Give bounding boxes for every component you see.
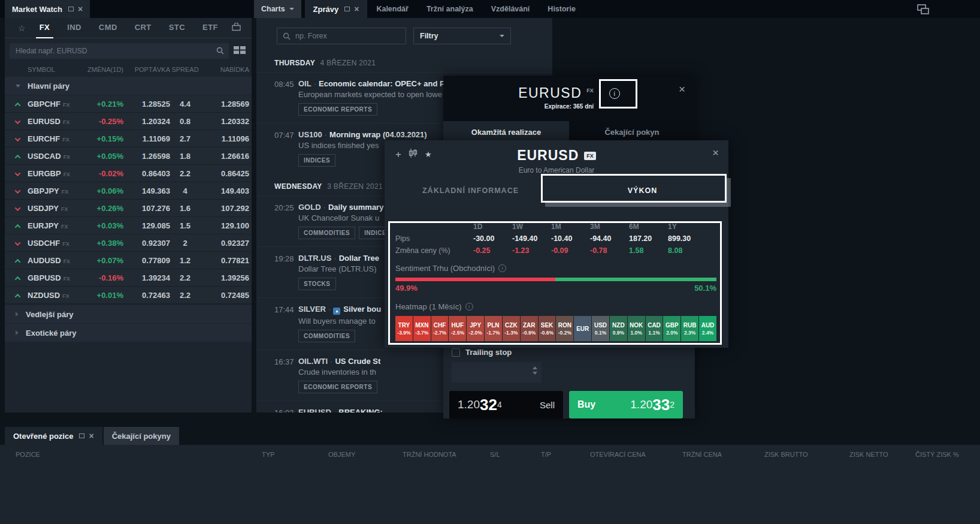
news-tag[interactable]: COMMODITIES [298, 330, 355, 342]
bid-price[interactable]: 0.92307 [123, 239, 170, 248]
positions-column[interactable]: TRŽNÍ HODNOTA [403, 451, 456, 458]
bid-price[interactable]: 1.26598 [123, 152, 170, 161]
tab-pending-orders[interactable]: Čekající pokyny [104, 427, 179, 445]
ask-price[interactable]: 1.26616 [200, 152, 249, 161]
ask-price[interactable]: 129.100 [200, 221, 249, 230]
instrument-row[interactable]: GBPUSDFX -0.16% 1.39234 2.2 1.39256 [5, 269, 252, 287]
charts-dropdown[interactable]: Charts [254, 0, 301, 18]
market-watch-tab[interactable]: CRT [131, 18, 155, 38]
heatmap-tile[interactable]: MXN -3.7% [413, 316, 431, 341]
nav-tab[interactable]: Vzdělávání [482, 0, 539, 18]
grid-view-icon[interactable] [234, 46, 246, 57]
heatmap-tile[interactable]: ZAR -0.9% [521, 316, 538, 341]
ask-price[interactable]: 0.86425 [200, 169, 249, 178]
close-icon[interactable] [354, 5, 359, 13]
col-spread[interactable]: SPREAD [170, 66, 200, 73]
filters-dropdown[interactable]: Filtry [413, 28, 511, 44]
info-icon[interactable] [498, 264, 506, 272]
bid-price[interactable]: 0.72463 [123, 291, 170, 300]
restore-icon[interactable] [344, 7, 350, 11]
sell-button[interactable]: 1.20324 Sell [449, 391, 563, 418]
positions-column[interactable]: T/P [541, 451, 551, 458]
close-icon[interactable] [712, 146, 719, 159]
bid-price[interactable]: 1.11069 [123, 134, 170, 143]
heatmap-tile[interactable]: JPY -2.0% [467, 316, 484, 341]
positions-column[interactable]: TRŽNÍ CENA [682, 451, 722, 458]
heatmap-tile[interactable]: GBP 2.0% [663, 316, 680, 341]
instrument-row[interactable]: USDCHFFX +0.38% 0.92307 2 0.92327 [5, 234, 252, 252]
basket-icon[interactable] [232, 23, 241, 34]
heatmap-tile[interactable]: TRY -3.9% [395, 316, 413, 341]
heatmap-tile[interactable]: RUB 2.3% [681, 316, 698, 341]
news-search-input[interactable] [277, 28, 406, 44]
instrument-row[interactable]: EURJPYFX +0.03% 129.085 1.5 129.100 [5, 217, 252, 234]
heatmap-tile[interactable]: NZD 0.9% [610, 316, 627, 341]
group-exotic-pairs[interactable]: Exotické páry [5, 324, 252, 342]
instrument-row[interactable]: USDCADFX +0.05% 1.26598 1.8 1.26616 [5, 147, 252, 165]
ask-price[interactable]: 1.20332 [200, 117, 249, 126]
news-tag[interactable]: ECONOMIC REPORTS [298, 103, 377, 116]
trailing-stop-input[interactable] [452, 362, 542, 383]
ask-price[interactable]: 1.28569 [200, 100, 249, 109]
ask-price[interactable]: 0.77821 [200, 256, 249, 265]
workspace-icon[interactable] [915, 2, 931, 16]
bid-price[interactable]: 129.085 [123, 221, 170, 230]
tab-news[interactable]: Zprávy [305, 0, 368, 18]
heatmap-tile[interactable]: USD 0.1% [592, 316, 609, 341]
positions-column[interactable]: ČISTÝ ZISK % [915, 451, 959, 458]
buy-button[interactable]: Buy 1.20332 [569, 391, 683, 418]
bid-price[interactable]: 149.363 [123, 186, 170, 195]
heatmap-tile[interactable]: SEK -0.6% [539, 316, 556, 341]
tab-basic-information[interactable]: ZÁKLADNÍ INFORMACE [385, 183, 556, 198]
col-ask[interactable]: NABÍDKA [200, 66, 249, 73]
tab-performance[interactable]: VÝKON [556, 183, 728, 198]
group-major-pairs[interactable]: Hlavní páry [5, 77, 252, 95]
favorites-star-icon[interactable] [18, 23, 26, 33]
instrument-row[interactable]: EURCHFFX +0.15% 1.11069 2.7 1.11096 [5, 130, 252, 147]
ask-price[interactable]: 0.92327 [200, 239, 249, 248]
bid-price[interactable]: 0.77809 [123, 256, 170, 265]
nav-tab[interactable]: Tržní analýza [418, 0, 482, 18]
trailing-stop-checkbox[interactable] [452, 348, 460, 357]
heatmap-tile[interactable]: NOK 1.0% [628, 316, 645, 341]
ask-price[interactable]: 0.72485 [200, 291, 249, 300]
market-watch-tab[interactable]: CMD [95, 18, 121, 38]
nav-tab[interactable]: Historie [539, 0, 585, 18]
instrument-row[interactable]: EURGBPFX -0.02% 0.86403 2.2 0.86425 [5, 165, 252, 182]
bid-price[interactable]: 1.39234 [123, 273, 170, 282]
instrument-row[interactable]: EURUSDFX -0.25% 1.20324 0.8 1.20332 [5, 113, 252, 130]
tab-open-positions[interactable]: Otevřené pozice [5, 427, 102, 445]
positions-column[interactable]: OTEVÍRACÍ CENA [590, 451, 646, 458]
bid-price[interactable]: 0.86403 [123, 169, 170, 178]
restore-icon[interactable] [79, 433, 84, 438]
add-icon[interactable] [395, 149, 401, 159]
heatmap-tile[interactable]: EUR [574, 316, 591, 341]
close-icon[interactable] [679, 83, 685, 96]
candlestick-chart-icon[interactable] [409, 149, 418, 160]
news-tag[interactable]: INDICES [298, 154, 335, 167]
heatmap-tile[interactable]: AUD 2.4% [699, 316, 716, 341]
ask-price[interactable]: 107.292 [200, 204, 249, 213]
positions-column[interactable]: ZISK BRUTTO [764, 451, 808, 458]
close-icon[interactable] [89, 432, 93, 440]
col-symbol[interactable]: SYMBOL [28, 66, 85, 73]
news-tag[interactable]: STOCKS [298, 278, 336, 290]
heatmap-tile[interactable]: RON -0.2% [556, 316, 573, 341]
stepper-down-icon[interactable] [533, 372, 537, 375]
nav-tab[interactable]: Kalendář [367, 0, 418, 18]
favorite-star-icon[interactable] [425, 150, 432, 159]
ask-price[interactable]: 149.403 [200, 186, 249, 195]
heatmap-tile[interactable]: CZK -1.3% [503, 316, 520, 341]
market-watch-tab[interactable]: STC [165, 18, 189, 38]
group-minor-pairs[interactable]: Vedlejší páry [5, 305, 252, 323]
heatmap-tile[interactable]: PLN -1.7% [485, 316, 502, 341]
col-bid[interactable]: POPTÁVKA [123, 66, 170, 73]
instrument-row[interactable]: GBPCHFFX +0.21% 1.28525 4.4 1.28569 [5, 95, 252, 113]
instrument-row[interactable]: USDJPYFX +0.26% 107.276 1.6 107.292 [5, 200, 252, 217]
ask-price[interactable]: 1.11096 [200, 134, 249, 143]
heatmap-tile[interactable]: HUF -2.5% [449, 316, 466, 341]
market-watch-tab[interactable]: FX [36, 18, 53, 38]
bid-price[interactable]: 1.20324 [123, 117, 170, 126]
bid-price[interactable]: 1.28525 [123, 100, 170, 109]
symbol-search-input[interactable] [10, 43, 229, 59]
